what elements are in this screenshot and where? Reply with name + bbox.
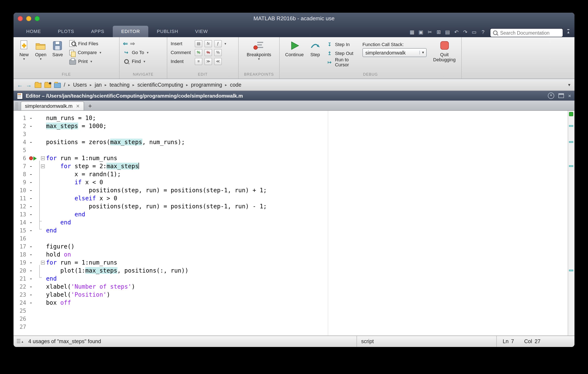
fold-margin[interactable] <box>39 186 46 194</box>
fold-margin[interactable] <box>39 226 46 235</box>
ribbon-tab-plots[interactable]: PLOTS <box>49 26 83 37</box>
code-line[interactable]: 4-positions = zeros(max_steps, num_runs)… <box>15 138 568 146</box>
code-line[interactable]: 3 <box>15 130 568 138</box>
breakpoint-margin[interactable]: - <box>26 114 39 122</box>
fold-margin[interactable] <box>39 243 46 251</box>
zoom-window-button[interactable] <box>35 16 40 21</box>
indent-right-icon[interactable]: ≫ <box>204 58 212 65</box>
close-window-button[interactable] <box>18 16 23 21</box>
wrap-comments-icon[interactable]: % <box>214 49 222 56</box>
comment-icon[interactable]: % <box>195 49 202 56</box>
fold-margin[interactable] <box>39 299 46 307</box>
fold-margin[interactable] <box>39 307 46 315</box>
breakpoint-margin[interactable]: - <box>26 251 39 259</box>
undo-icon[interactable]: ↶ <box>454 30 459 35</box>
folder-history-caret-icon[interactable]: ▼ <box>567 83 571 87</box>
fold-margin[interactable] <box>39 275 46 283</box>
indent-left-icon[interactable]: ≪ <box>214 58 222 65</box>
highlight-scroll-mark[interactable] <box>569 125 573 127</box>
quit-debugging-button[interactable]: Quit Debugging <box>431 39 458 72</box>
community-icon[interactable]: ▦ <box>409 30 415 35</box>
breadcrumb-root[interactable]: / <box>64 82 65 88</box>
paste-icon[interactable]: ▤ <box>445 30 450 35</box>
insert-section-icon[interactable]: ▤ <box>195 40 202 47</box>
ribbon-tab-home[interactable]: HOME <box>18 26 49 37</box>
breakpoint-margin[interactable]: - <box>26 291 39 299</box>
minimize-window-button[interactable] <box>26 16 31 21</box>
fold-margin[interactable] <box>39 114 46 122</box>
code-line[interactable]: 10- positions(step, run) = positions(ste… <box>15 186 568 194</box>
print-button[interactable]: Print▼ <box>69 57 102 65</box>
breadcrumb-item-Users[interactable]: Users <box>73 82 87 88</box>
breakpoint-margin[interactable] <box>26 154 39 162</box>
insert-function-icon[interactable]: fx <box>204 40 212 47</box>
breakpoint-margin[interactable]: - <box>26 211 39 218</box>
code-line[interactable]: 12- positions(step, run) = positions(ste… <box>15 203 568 211</box>
breakpoints-button[interactable]: Breakpoints▼ <box>245 39 273 72</box>
breakpoint-margin[interactable] <box>26 235 39 243</box>
breakpoint-margin[interactable]: - <box>26 259 39 267</box>
breakpoint-margin[interactable]: - <box>26 178 39 186</box>
editor-actions-icon[interactable]: ▾ <box>548 93 554 99</box>
smart-indent-icon[interactable]: ≡ <box>195 58 202 65</box>
breakpoint-margin[interactable] <box>26 315 39 323</box>
fold-margin[interactable] <box>39 122 46 130</box>
fold-margin[interactable] <box>39 267 46 275</box>
code-line[interactable]: 22-xlabel('Number of steps') <box>15 283 568 291</box>
fold-margin[interactable] <box>39 251 46 259</box>
code-line[interactable]: 13- end <box>15 211 568 218</box>
code-line[interactable]: 19-for run = 1:num_runs <box>15 259 568 267</box>
breadcrumb-item-jan[interactable]: jan <box>94 82 102 88</box>
back-icon[interactable]: ← <box>17 81 23 88</box>
fold-toggle-icon[interactable] <box>41 261 45 265</box>
breadcrumb-item-teaching[interactable]: teaching <box>110 82 130 88</box>
breakpoint-margin[interactable]: - <box>26 138 39 146</box>
fold-toggle-icon[interactable] <box>41 164 45 168</box>
breakpoint-margin[interactable] <box>26 307 39 315</box>
code-line[interactable]: 2-max_steps = 1000; <box>15 122 568 130</box>
tab-simplerandomwalk[interactable]: simplerandomwalk.m ✕ <box>21 101 84 110</box>
code-line[interactable]: 17-figure() <box>15 243 568 251</box>
ribbon-tab-view[interactable]: VIEW <box>187 26 216 37</box>
breakpoint-margin[interactable] <box>26 130 39 138</box>
fold-margin[interactable] <box>39 146 46 154</box>
code-line[interactable]: 18-hold on <box>15 251 568 259</box>
forward-icon[interactable]: → <box>26 81 32 88</box>
breakpoint-margin[interactable]: - <box>26 299 39 307</box>
code-line[interactable]: 15-end <box>15 226 568 235</box>
code-line[interactable]: 5 <box>15 146 568 154</box>
code-line[interactable]: 1-num_runs = 10; <box>15 114 568 122</box>
redo-icon[interactable]: ↷ <box>462 30 468 35</box>
indicator-strip[interactable] <box>568 111 575 336</box>
breakpoint-margin[interactable]: - <box>26 275 39 283</box>
breakpoint-margin[interactable]: - <box>26 186 39 194</box>
minimize-ribbon-icon[interactable]: ▴ <box>567 29 569 34</box>
print-icon[interactable]: ▭ <box>472 30 477 35</box>
find-files-button[interactable]: Find Files <box>69 39 102 48</box>
code-line[interactable]: 11- elseif x > 0 <box>15 194 568 203</box>
breakpoint-margin[interactable] <box>26 323 39 331</box>
cut-icon[interactable]: ✂ <box>427 30 432 35</box>
close-tab-icon[interactable]: ✕ <box>76 103 80 109</box>
back-icon[interactable]: ⇐ <box>123 40 128 47</box>
code-line[interactable]: 26 <box>15 315 568 323</box>
breakpoint-margin[interactable]: - <box>26 170 39 178</box>
insert-caret[interactable]: ▼ <box>224 42 227 45</box>
code-pane[interactable]: 1-num_runs = 10;2-max_steps = 1000;34-po… <box>13 111 568 336</box>
breakpoint-margin[interactable]: - <box>26 226 39 235</box>
code-line[interactable]: 14- end <box>15 218 568 226</box>
breakpoint-margin[interactable]: - <box>26 162 39 170</box>
ribbon-tab-editor[interactable]: EDITOR <box>113 26 148 37</box>
uncomment-icon[interactable]: % <box>204 49 212 56</box>
tabbar-grip[interactable] <box>15 103 18 109</box>
breakpoint-margin[interactable]: - <box>26 218 39 226</box>
code-line[interactable]: 6for run = 1:num_runs <box>15 154 568 162</box>
fold-margin[interactable] <box>39 315 46 323</box>
undock-icon[interactable] <box>558 93 564 98</box>
close-editor-icon[interactable]: × <box>568 93 571 99</box>
fold-margin[interactable] <box>39 283 46 291</box>
help-icon[interactable]: ? <box>480 30 486 35</box>
highlight-scroll-mark[interactable] <box>569 141 573 143</box>
forward-icon[interactable]: ⇒ <box>130 40 135 47</box>
fold-margin[interactable] <box>39 203 46 211</box>
